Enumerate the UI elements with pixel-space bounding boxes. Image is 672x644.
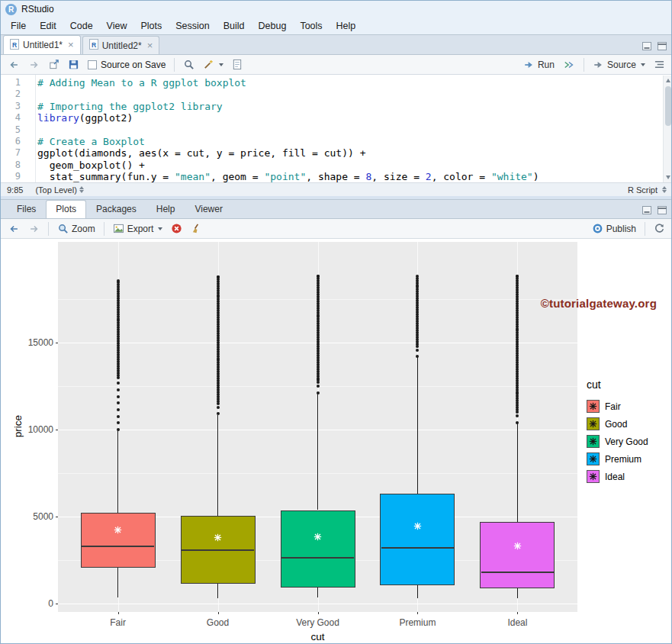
maximize-pane-icon[interactable] <box>658 40 667 53</box>
line-number: 7 <box>1 147 30 159</box>
compile-report-button[interactable] <box>229 57 246 72</box>
whisker-lower <box>417 585 418 597</box>
code-tools-button[interactable] <box>200 57 227 72</box>
median-line <box>82 546 154 547</box>
document-outline-button[interactable] <box>651 58 668 71</box>
rstudio-logo-icon: R <box>5 4 17 15</box>
editor-scrollbar[interactable] <box>663 76 672 182</box>
next-plot-button[interactable] <box>25 222 43 236</box>
source-on-save-checkbox[interactable]: Source on Save <box>85 60 169 70</box>
x-tick-label: Very Good <box>284 617 352 628</box>
maximize-pane-icon[interactable] <box>658 204 667 217</box>
menu-bar: FileEditCodeViewPlotsSessionBuildDebugTo… <box>1 18 671 34</box>
scrollbar-thumb[interactable] <box>665 86 671 126</box>
clear-plots-button[interactable] <box>188 221 205 236</box>
save-button[interactable] <box>65 57 82 72</box>
notebook-icon <box>232 59 243 70</box>
line-number: 5 <box>1 124 30 136</box>
tab-packages[interactable]: Packages <box>86 200 146 218</box>
forward-button[interactable] <box>25 58 43 72</box>
refresh-button[interactable] <box>651 221 668 236</box>
tab-viewer[interactable]: Viewer <box>185 200 232 218</box>
outlier-point <box>117 388 120 391</box>
r-file-icon: R <box>10 39 19 52</box>
y-tick-label: 10000 <box>20 424 53 435</box>
whisker-upper <box>517 423 518 522</box>
menu-file[interactable]: File <box>4 18 33 34</box>
plots-pane: FilesPlotsPackagesHelpViewer Zoom Export <box>1 199 672 644</box>
menu-plots[interactable]: Plots <box>133 18 169 34</box>
code-lines: 1# Adding Mean to a R ggplot boxplot23# … <box>1 75 672 183</box>
tab-untitled1[interactable]: RUntitled1*× <box>3 35 81 54</box>
outlier-point <box>117 382 120 385</box>
x-tick-label: Ideal <box>483 617 551 628</box>
plots-tab-bar: FilesPlotsPackagesHelpViewer <box>1 200 672 219</box>
whisker-upper <box>217 415 218 517</box>
code-editor[interactable]: 1# Adding Mean to a R ggplot boxplot23# … <box>1 75 672 183</box>
previous-plot-button[interactable] <box>5 222 23 236</box>
tab-plots[interactable]: Plots <box>46 200 86 218</box>
scroll-up-icon[interactable] <box>666 79 670 82</box>
rerun-button[interactable] <box>560 58 578 72</box>
minimize-pane-icon[interactable] <box>642 204 651 217</box>
tab-untitled2[interactable]: RUntitled2*× <box>82 36 160 54</box>
minimize-pane-icon[interactable] <box>642 40 651 53</box>
box-fair <box>81 513 156 568</box>
plots-toolbar: Zoom Export Publish <box>1 219 672 239</box>
file-type-label: R Script <box>628 185 658 195</box>
code-text: # Importing the ggplot2 library <box>30 101 223 112</box>
code-text: ggplot(diamonds, aes(x = cut, y = price,… <box>30 147 365 159</box>
outlier-point <box>117 401 120 404</box>
zoom-button[interactable]: Zoom <box>54 221 98 236</box>
scope-label: (Top Level) <box>35 185 76 195</box>
tab-help[interactable]: Help <box>146 200 185 218</box>
close-icon[interactable]: × <box>68 41 74 49</box>
y-tick-mark <box>56 604 58 604</box>
menu-debug[interactable]: Debug <box>252 18 294 34</box>
legend-key-icon <box>587 435 600 448</box>
whisker-lower <box>517 588 518 598</box>
file-type-selector[interactable]: R Script <box>628 185 667 195</box>
find-replace-button[interactable] <box>180 57 198 72</box>
source-on-save-label: Source on Save <box>101 60 166 70</box>
code-text: # Create a Boxplot <box>30 136 145 147</box>
remove-plot-button[interactable] <box>168 221 185 236</box>
code-line: 6# Create a Boxplot <box>1 136 672 147</box>
publish-button[interactable]: Publish <box>589 221 639 236</box>
code-text <box>30 89 37 100</box>
export-button[interactable]: Export <box>110 222 166 236</box>
menu-help[interactable]: Help <box>330 18 363 34</box>
legend-key-icon <box>587 452 600 465</box>
zoom-icon <box>57 223 69 234</box>
broom-icon <box>191 223 202 234</box>
tab-files[interactable]: Files <box>7 200 46 218</box>
scope-selector[interactable]: (Top Level) <box>35 185 83 195</box>
legend-item-good: Good <box>587 415 648 433</box>
legend-title: cut <box>587 378 648 391</box>
refresh-icon <box>654 223 665 234</box>
menu-session[interactable]: Session <box>169 18 216 34</box>
legend-label: Ideal <box>605 472 625 482</box>
menu-view[interactable]: View <box>100 18 134 34</box>
popout-button[interactable] <box>45 57 63 72</box>
close-icon[interactable]: × <box>147 42 153 50</box>
menu-tools[interactable]: Tools <box>293 18 329 34</box>
run-button[interactable]: Run <box>520 58 558 72</box>
menu-edit[interactable]: Edit <box>33 18 63 34</box>
scroll-down-icon[interactable] <box>666 175 670 179</box>
y-tick-label: 15000 <box>20 337 53 348</box>
back-button[interactable] <box>5 58 23 72</box>
source-tab-bar: RUntitled1*×RUntitled2*× <box>1 35 672 55</box>
outlier-point <box>317 391 320 394</box>
arrow-left-icon <box>8 224 20 234</box>
menu-build[interactable]: Build <box>217 18 252 34</box>
menu-code[interactable]: Code <box>63 18 100 34</box>
arrow-right-icon <box>28 60 40 70</box>
outlier-point <box>117 408 120 411</box>
cursor-position: 9:85 <box>7 185 23 195</box>
source-label: Source <box>607 60 636 70</box>
watermark: ©tutorialgateway.org <box>504 297 657 310</box>
save-icon <box>68 59 79 70</box>
outlier-point <box>117 279 120 282</box>
source-button[interactable]: Source <box>590 58 648 72</box>
